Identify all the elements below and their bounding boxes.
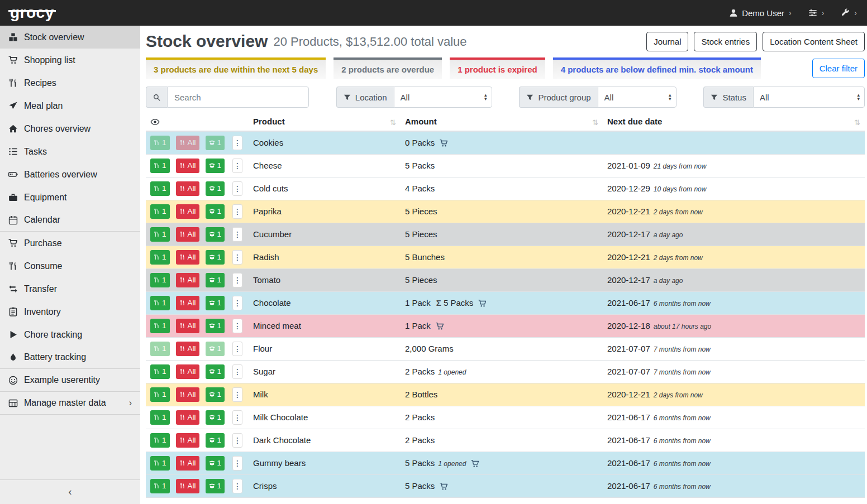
row-menu-button[interactable]: ⋮ <box>232 273 242 287</box>
sidebar-item[interactable]: Meal plan <box>0 94 140 117</box>
user-menu[interactable]: Demo User › <box>729 8 792 18</box>
sidebar-item[interactable]: Shopping list <box>0 49 140 71</box>
consume-all-button[interactable]: All <box>176 342 199 356</box>
status-banner[interactable]: 1 product is expired <box>450 57 545 79</box>
sidebar-item[interactable]: Recipes <box>0 71 140 94</box>
consume-all-button[interactable]: All <box>176 296 199 310</box>
mark-opened-button[interactable]: 1 <box>206 204 225 219</box>
amount-column-header[interactable]: Amount ⇅ <box>401 113 603 131</box>
mark-opened-button[interactable]: 1 <box>206 273 225 287</box>
admin-tools-menu[interactable]: › <box>841 8 857 17</box>
mark-opened-button[interactable]: 1 <box>206 319 225 333</box>
due-date-column-header[interactable]: Next due date ⇅ <box>603 113 865 131</box>
sidebar-item[interactable]: Stock overview <box>0 26 140 49</box>
mark-opened-button[interactable]: 1 <box>206 181 225 196</box>
row-menu-button[interactable]: ⋮ <box>232 479 242 493</box>
sidebar-item[interactable]: Consume <box>0 255 140 277</box>
shopping-cart-icon[interactable] <box>471 459 479 468</box>
sidebar-item[interactable]: Purchase <box>0 232 140 255</box>
mark-opened-button[interactable]: 1 <box>206 364 225 379</box>
row-menu-button[interactable]: ⋮ <box>232 364 242 379</box>
mark-opened-button[interactable]: 1 <box>206 410 225 425</box>
consume-one-button[interactable]: 1 <box>150 273 170 287</box>
sidebar-item[interactable]: Batteries overview <box>0 163 140 186</box>
row-menu-button[interactable]: ⋮ <box>232 159 242 173</box>
consume-all-button[interactable]: All <box>176 319 199 333</box>
row-menu-button[interactable]: ⋮ <box>232 136 242 150</box>
mark-opened-button[interactable]: 1 <box>206 227 225 242</box>
consume-all-button[interactable]: All <box>176 227 199 242</box>
consume-one-button[interactable]: 1 <box>150 227 170 242</box>
row-menu-button[interactable]: ⋮ <box>232 181 242 196</box>
consume-all-button[interactable]: All <box>176 433 199 448</box>
row-menu-button[interactable]: ⋮ <box>232 410 242 425</box>
consume-one-button[interactable]: 1 <box>150 410 170 425</box>
sidebar-item[interactable]: Transfer <box>0 277 140 300</box>
shopping-cart-icon[interactable] <box>440 139 448 147</box>
sidebar-item[interactable]: Equipment <box>0 186 140 209</box>
consume-one-button[interactable]: 1 <box>150 204 170 219</box>
sidebar-item[interactable]: Battery tracking <box>0 346 140 369</box>
consume-one-button[interactable]: 1 <box>150 342 170 356</box>
consume-one-button[interactable]: 1 <box>150 456 170 471</box>
header-action-button[interactable]: Stock entries <box>694 32 757 51</box>
visibility-column-header[interactable] <box>146 113 249 131</box>
sidebar-item[interactable]: Manage master data › <box>0 392 140 415</box>
shopping-cart-icon[interactable] <box>440 482 448 491</box>
sidebar-item[interactable]: Calendar <box>0 209 140 232</box>
mark-opened-button[interactable]: 1 <box>206 250 225 265</box>
mark-opened-button[interactable]: 1 <box>206 159 225 173</box>
status-banner[interactable]: 2 products are overdue <box>334 57 442 79</box>
consume-one-button[interactable]: 1 <box>150 364 170 379</box>
sidebar-item[interactable]: Example userentity <box>0 369 140 392</box>
consume-one-button[interactable]: 1 <box>150 433 170 448</box>
consume-one-button[interactable]: 1 <box>150 296 170 310</box>
row-menu-button[interactable]: ⋮ <box>232 204 242 219</box>
app-logo[interactable]: grocy <box>10 5 54 21</box>
consume-all-button[interactable]: All <box>176 479 199 493</box>
consume-all-button[interactable]: All <box>176 410 199 425</box>
mark-opened-button[interactable]: 1 <box>206 296 225 310</box>
sidebar-collapse-button[interactable]: ‹ <box>0 479 140 504</box>
row-menu-button[interactable]: ⋮ <box>232 227 242 242</box>
mark-opened-button[interactable]: 1 <box>206 342 225 356</box>
sidebar-item[interactable]: Tasks <box>0 140 140 163</box>
row-menu-button[interactable]: ⋮ <box>232 250 242 265</box>
row-menu-button[interactable]: ⋮ <box>232 433 242 448</box>
sidebar-item[interactable]: Inventory <box>0 300 140 323</box>
sidebar-item[interactable]: Chores overview <box>0 117 140 140</box>
status-banner[interactable]: 3 products are due within the next 5 day… <box>146 57 326 79</box>
row-menu-button[interactable]: ⋮ <box>232 456 242 471</box>
consume-all-button[interactable]: All <box>176 181 199 196</box>
shopping-cart-icon[interactable] <box>478 299 487 308</box>
row-menu-button[interactable]: ⋮ <box>232 387 242 402</box>
consume-all-button[interactable]: All <box>176 204 199 219</box>
consume-one-button[interactable]: 1 <box>150 479 170 493</box>
consume-one-button[interactable]: 1 <box>150 159 170 173</box>
filter-select[interactable]: All <box>394 87 492 108</box>
consume-one-button[interactable]: 1 <box>150 250 170 265</box>
consume-all-button[interactable]: All <box>176 456 199 471</box>
settings-menu[interactable]: › <box>808 8 825 17</box>
shopping-cart-icon[interactable] <box>436 322 444 330</box>
header-action-button[interactable]: Location Content Sheet <box>763 32 865 51</box>
consume-all-button[interactable]: All <box>176 387 199 402</box>
filter-select[interactable]: All <box>598 87 677 108</box>
consume-all-button[interactable]: All <box>176 136 199 150</box>
consume-one-button[interactable]: 1 <box>150 136 170 150</box>
status-banner[interactable]: 4 products are below defined min. stock … <box>553 57 761 79</box>
search-input[interactable] <box>167 87 309 108</box>
product-column-header[interactable]: Product ⇅ <box>249 113 401 131</box>
sidebar-item[interactable]: Chore tracking <box>0 323 140 346</box>
consume-all-button[interactable]: All <box>176 250 199 265</box>
consume-all-button[interactable]: All <box>176 159 199 173</box>
mark-opened-button[interactable]: 1 <box>206 387 225 402</box>
filter-select[interactable]: All <box>753 87 865 108</box>
mark-opened-button[interactable]: 1 <box>206 433 225 448</box>
row-menu-button[interactable]: ⋮ <box>232 342 242 356</box>
row-menu-button[interactable]: ⋮ <box>232 296 242 310</box>
consume-one-button[interactable]: 1 <box>150 181 170 196</box>
consume-one-button[interactable]: 1 <box>150 319 170 333</box>
consume-one-button[interactable]: 1 <box>150 387 170 402</box>
mark-opened-button[interactable]: 1 <box>206 136 225 150</box>
